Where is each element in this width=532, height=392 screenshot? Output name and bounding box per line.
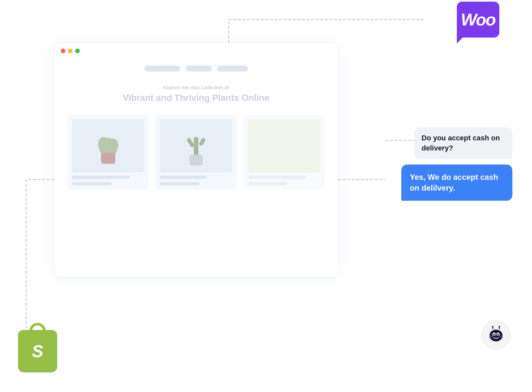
scene: Woo Explore the Vast Collection of Vibra…: [0, 0, 532, 392]
nav-pills: [67, 66, 325, 71]
product-card-1: [67, 115, 149, 190]
woo-badge: Woo: [457, 2, 499, 38]
product-label-2: [160, 176, 207, 179]
hero-area: Explore the Vast Collection of Vibrant a…: [67, 85, 325, 103]
nav-pill-2: [186, 66, 212, 71]
hero-title: Vibrant and Thriving Plants Online: [67, 93, 325, 103]
plant-icon-1: [95, 128, 121, 164]
bot-avatar: [481, 320, 511, 350]
bot-face-icon: [487, 326, 505, 344]
nav-pill-3: [217, 66, 248, 71]
browser-content: Explore the Vast Collection of Vibrant a…: [54, 59, 338, 196]
product-price-2: [160, 182, 200, 185]
bot-chat-bubble: Yes, We do accept cash on delilvery.: [401, 165, 512, 201]
expand-dot: [75, 49, 80, 53]
shopify-bag: S: [18, 330, 57, 372]
svg-point-15: [490, 335, 493, 337]
svg-point-16: [499, 335, 502, 337]
woo-text: Woo: [461, 10, 495, 29]
product-price-1: [72, 182, 112, 185]
product-image-2: [160, 119, 232, 172]
shopify-bag-body: S: [18, 330, 57, 372]
svg-point-13: [493, 334, 495, 336]
user-chat-bubble: Do you accept cash on delivery?: [414, 127, 512, 159]
product-label-3: [248, 176, 306, 179]
product-label-1: [72, 176, 130, 179]
browser-window: Explore the Vast Collection of Vibrant a…: [54, 42, 338, 277]
svg-point-14: [497, 334, 499, 336]
hero-subtitle: Explore the Vast Collection of: [67, 85, 325, 90]
chat-area: Do you accept cash on delivery? Yes, We …: [401, 127, 512, 201]
nav-pill-1: [144, 66, 180, 71]
close-dot: [61, 49, 65, 53]
products-grid: [67, 115, 325, 190]
product-price-3: [248, 182, 288, 185]
browser-titlebar: [54, 43, 338, 59]
product-image-1: [72, 119, 144, 172]
svg-point-7: [492, 326, 494, 328]
product-image-3: [248, 119, 320, 172]
product-card-2: [155, 115, 237, 190]
minimize-dot: [68, 49, 73, 53]
svg-point-9: [499, 326, 500, 328]
product-card-3: [243, 115, 325, 190]
plant-icon-2: [185, 126, 208, 165]
shopify-logo: S: [32, 341, 43, 361]
